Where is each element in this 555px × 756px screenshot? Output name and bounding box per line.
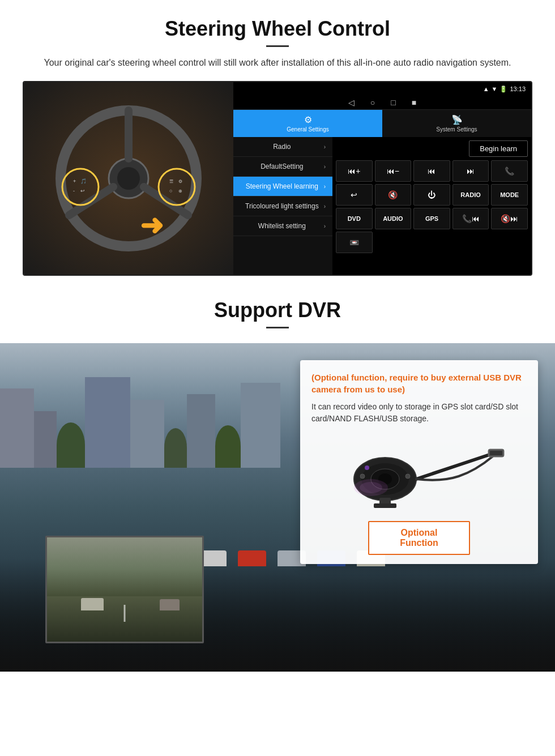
svg-text:-: - <box>73 188 75 194</box>
ctrl-dvd[interactable]: DVD <box>336 208 373 229</box>
dvr-title: Support DVR <box>0 298 555 322</box>
ctrl-mode[interactable]: MODE <box>491 184 528 206</box>
ctrl-radio[interactable]: RADIO <box>452 184 489 206</box>
control-grid: ⏮+ ⏮− ⏮ ⏭ 📞 ↩ 🔇 ⏻ RADIO MODE DVD AUDIO G… <box>336 160 528 253</box>
steering-description: Your original car's steering wheel contr… <box>34 56 521 70</box>
ctrl-mute-next[interactable]: 🔇⏭ <box>491 208 528 229</box>
chevron-right-icon: › <box>324 223 326 229</box>
status-time: 13:13 <box>510 86 526 92</box>
nav-home[interactable]: ○ <box>370 98 375 107</box>
svg-rect-23 <box>374 503 396 508</box>
android-ui-mock: + 🎵 - ↩ ☰ ⚙ ○ ⊕ ➜ ▲ <box>23 81 532 276</box>
system-icon: 📡 <box>451 114 463 125</box>
ctrl-prev[interactable]: ⏮ <box>413 160 450 182</box>
page-title: Steering Wheel Control <box>23 17 532 41</box>
ctrl-back[interactable]: ↩ <box>336 184 373 206</box>
nav-menu[interactable]: ■ <box>412 98 416 107</box>
tab-system-label: System Settings <box>436 126 477 133</box>
dvr-info-card: (Optional function, require to buy exter… <box>300 360 538 564</box>
status-battery: 🔋 <box>500 86 507 93</box>
chevron-right-icon: › <box>324 164 326 170</box>
menu-item-steering-wheel[interactable]: Steering Wheel learning › <box>233 177 332 197</box>
ctrl-call-prev[interactable]: 📞⏮ <box>452 208 489 229</box>
svg-point-21 <box>365 465 369 470</box>
menu-item-tricoloured[interactable]: Tricoloured light settings › <box>233 197 332 216</box>
tab-general-settings[interactable]: ⚙ General Settings <box>233 110 382 137</box>
svg-text:⊕: ⊕ <box>178 189 182 194</box>
svg-rect-25 <box>490 451 502 455</box>
svg-text:🎵: 🎵 <box>80 178 87 185</box>
svg-point-27 <box>360 482 382 493</box>
svg-point-5 <box>62 169 99 205</box>
steering-section: Steering Wheel Control Your original car… <box>0 0 555 276</box>
optional-function-button[interactable]: Optional Function <box>368 521 470 555</box>
svg-text:➜: ➜ <box>140 210 164 241</box>
ctrl-vol-down[interactable]: ⏮− <box>375 160 412 182</box>
steering-photo: + 🎵 - ↩ ☰ ⚙ ○ ⊕ ➜ <box>24 82 233 275</box>
steering-wheel-icon: + 🎵 - ↩ ☰ ⚙ ○ ⊕ ➜ <box>49 99 208 258</box>
dvr-title-divider <box>266 327 289 328</box>
chevron-right-icon: › <box>324 203 326 210</box>
menu-item-radio[interactable]: Radio › <box>233 137 332 157</box>
ctrl-next[interactable]: ⏭ <box>452 160 489 182</box>
dvr-description: It can record video only to storage in G… <box>311 401 527 425</box>
nav-back[interactable]: ◁ <box>348 98 355 107</box>
svg-text:○: ○ <box>169 188 172 194</box>
tab-system-settings[interactable]: 📡 System Settings <box>382 110 531 137</box>
dvr-header: Support DVR <box>0 287 555 343</box>
menu-list: Radio › DefaultSetting › Steering Wheel … <box>233 137 332 275</box>
android-panel: ▲ ▼ 🔋 13:13 ◁ ○ □ ■ ⚙ General Settings 📡 <box>233 82 531 275</box>
ctrl-dvr[interactable]: 📼 <box>336 232 373 253</box>
ctrl-audio[interactable]: AUDIO <box>375 208 412 229</box>
dvr-optional-notice: (Optional function, require to buy exter… <box>311 371 527 395</box>
dvr-section: Support DVR <box>0 287 555 672</box>
svg-point-6 <box>159 169 195 205</box>
ctrl-gps[interactable]: GPS <box>413 208 450 229</box>
svg-text:☰: ☰ <box>169 179 173 184</box>
svg-text:⚙: ⚙ <box>178 179 182 184</box>
dvr-camera-svg <box>328 437 510 510</box>
chevron-right-icon: › <box>324 144 326 150</box>
status-signal: ▲ <box>483 86 489 92</box>
svg-point-28 <box>360 474 365 479</box>
nav-recents[interactable]: □ <box>391 98 395 107</box>
ctrl-mute[interactable]: 🔇 <box>375 184 412 206</box>
svg-text:↩: ↩ <box>80 188 85 194</box>
dvr-preview-thumbnail <box>45 536 204 643</box>
chevron-right-icon: › <box>324 183 326 190</box>
svg-point-29 <box>405 474 410 479</box>
android-nav-bar: ◁ ○ □ ■ <box>233 96 531 110</box>
gear-icon: ⚙ <box>304 114 312 125</box>
svg-text:+: + <box>73 178 76 184</box>
ctrl-call[interactable]: 📞 <box>491 160 528 182</box>
dvr-background: (Optional function, require to buy exter… <box>0 343 555 672</box>
content-area: Radio › DefaultSetting › Steering Wheel … <box>233 137 531 275</box>
car-2 <box>238 550 266 566</box>
right-control-pane: Begin learn ⏮+ ⏮− ⏮ ⏭ 📞 ↩ 🔇 ⏻ RADIO MODE <box>332 137 531 275</box>
title-divider <box>266 45 289 47</box>
begin-learn-row: Begin learn <box>336 140 528 157</box>
tab-general-label: General Settings <box>287 126 329 133</box>
menu-item-whitelist[interactable]: Whitelist setting › <box>233 216 332 236</box>
svg-point-15 <box>117 167 140 190</box>
menu-item-default-setting[interactable]: DefaultSetting › <box>233 157 332 177</box>
status-wifi: ▼ <box>492 86 498 92</box>
ctrl-power[interactable]: ⏻ <box>413 184 450 206</box>
dvr-camera-image <box>311 434 527 513</box>
status-bar: ▲ ▼ 🔋 13:13 <box>233 82 531 96</box>
ctrl-vol-up[interactable]: ⏮+ <box>336 160 373 182</box>
tabs-row: ⚙ General Settings 📡 System Settings <box>233 110 531 137</box>
begin-learn-button[interactable]: Begin learn <box>469 140 528 157</box>
